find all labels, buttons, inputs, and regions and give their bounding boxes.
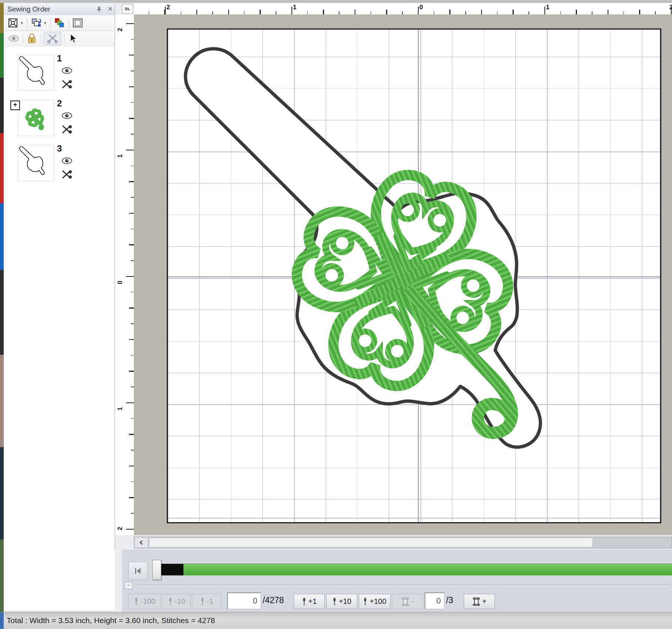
outline-thumbnail-drawing bbox=[18, 145, 53, 180]
sewing-item-3-thumbnail[interactable] bbox=[18, 145, 54, 181]
stitch-progress-bar[interactable] bbox=[161, 564, 672, 575]
stitch-back-10-button[interactable]: -10 bbox=[162, 594, 190, 609]
color-sort-icon bbox=[54, 17, 65, 28]
eye-icon[interactable] bbox=[61, 157, 72, 165]
needle-icon bbox=[200, 597, 205, 606]
sewing-item-3[interactable]: 3 bbox=[18, 145, 107, 182]
ruler-number: 0 bbox=[419, 4, 423, 11]
stitch-slider-thumb[interactable] bbox=[152, 560, 161, 580]
window-top-strip bbox=[0, 0, 672, 3]
rewind-icon bbox=[134, 567, 142, 575]
color-sort-button[interactable] bbox=[53, 17, 66, 29]
scissors-icon[interactable] bbox=[61, 169, 72, 180]
expand-group-toggle[interactable]: + bbox=[10, 101, 20, 110]
status-bar-accent bbox=[0, 612, 4, 629]
scroll-left-button[interactable] bbox=[135, 538, 148, 547]
stitch-forward-10-button[interactable]: +10 bbox=[326, 594, 357, 609]
thread-spool-icon bbox=[472, 597, 480, 606]
status-summary-text: Total : Width = 3.53 inch, Height = 3.60… bbox=[7, 616, 215, 625]
lock-button[interactable] bbox=[26, 33, 38, 44]
status-bar: Total : Width = 3.53 inch, Height = 3.60… bbox=[0, 612, 672, 629]
stitch-back-1-button[interactable]: -1 bbox=[192, 594, 222, 609]
scissors-icon[interactable] bbox=[61, 79, 72, 90]
scrollbar-thumb[interactable] bbox=[149, 538, 593, 547]
cursor-arrow-icon bbox=[69, 33, 77, 44]
stitch-forward-1-button[interactable]: +1 bbox=[294, 594, 325, 609]
vertical-ruler: 2 1 0 1 2 bbox=[115, 14, 134, 535]
current-stitch-input[interactable] bbox=[227, 592, 261, 609]
toggle-visibility-button[interactable] bbox=[7, 33, 20, 44]
eye-icon bbox=[8, 34, 19, 42]
ruler-number: 2 bbox=[669, 4, 672, 11]
horizontal-ruler: 2 1 0 1 2 bbox=[134, 3, 672, 15]
fill-thumbnail-drawing bbox=[18, 100, 53, 135]
color-forward-button[interactable]: + bbox=[464, 594, 495, 609]
sew-order-swap-icon bbox=[31, 17, 42, 28]
panel-toolbar-bottom bbox=[4, 31, 115, 46]
needle-icon bbox=[363, 597, 368, 606]
stitch-progress-done bbox=[161, 564, 183, 575]
panel-toolbar-top: ▼ ▼ bbox=[4, 15, 115, 31]
fit-to-window-button[interactable] bbox=[7, 17, 19, 29]
panel-titlebar: Sewing Order ✕ bbox=[4, 3, 115, 16]
fit-to-window-icon bbox=[8, 18, 18, 28]
hoop-frame-button[interactable] bbox=[71, 17, 84, 29]
color-back-button[interactable]: - bbox=[392, 594, 423, 609]
current-color-input[interactable] bbox=[425, 592, 445, 609]
panel-divider bbox=[137, 585, 669, 586]
ruler-number: 0 bbox=[116, 278, 123, 284]
panel-title: Sewing Order bbox=[7, 5, 50, 13]
close-icon[interactable]: ✕ bbox=[107, 6, 114, 13]
stitch-forward-100-button[interactable]: +100 bbox=[359, 594, 391, 609]
needle-icon bbox=[302, 597, 307, 606]
item-number: 1 bbox=[57, 53, 62, 64]
collapse-panel-toggle[interactable]: − bbox=[125, 582, 132, 589]
horizontal-scrollbar[interactable] bbox=[134, 537, 672, 548]
sewing-item-2-thumbnail[interactable] bbox=[18, 100, 54, 136]
ruler-number: 1 bbox=[116, 151, 123, 158]
cut-mode-button[interactable] bbox=[44, 32, 61, 45]
fit-dropdown-caret-icon[interactable]: ▼ bbox=[19, 17, 24, 29]
eye-icon[interactable] bbox=[61, 112, 72, 120]
ruler-number: 1 bbox=[116, 404, 123, 411]
hoop-frame-icon bbox=[72, 17, 83, 28]
scroll-left-arrow-icon bbox=[139, 540, 143, 545]
canvas-background[interactable] bbox=[134, 14, 672, 535]
stitch-back-100-button[interactable]: -100 bbox=[128, 594, 161, 609]
pin-icon[interactable] bbox=[95, 6, 103, 13]
embroidery-design bbox=[168, 30, 660, 522]
rewind-to-start-button[interactable] bbox=[128, 562, 148, 580]
item-number: 2 bbox=[57, 98, 62, 109]
scissors-icon bbox=[47, 33, 58, 44]
order-dropdown-caret-icon[interactable]: ▼ bbox=[43, 17, 48, 29]
ruler-unit-box[interactable]: in. bbox=[122, 4, 133, 14]
sewing-item-2[interactable]: 2 bbox=[18, 100, 107, 137]
sewing-order-swap-button[interactable] bbox=[30, 17, 43, 29]
sewing-item-1[interactable]: 1 bbox=[18, 55, 107, 92]
stitch-total-label: /4278 bbox=[263, 595, 284, 605]
color-total-label: /3 bbox=[446, 595, 453, 605]
ruler-number: 1 bbox=[546, 4, 549, 11]
ruler-number: 1 bbox=[293, 4, 296, 11]
sewing-order-panel: Sewing Order ✕ ▼ ▼ bbox=[4, 3, 115, 611]
scissors-icon[interactable] bbox=[61, 124, 72, 135]
ruler-number: 2 bbox=[116, 25, 123, 31]
eye-icon[interactable] bbox=[61, 67, 72, 75]
stitch-simulator-panel: − -100 -10 -1 /4278 +1 +10 +100 - /3 + bbox=[122, 550, 672, 612]
lock-icon bbox=[27, 33, 37, 44]
outline-thumbnail-drawing bbox=[18, 55, 53, 90]
ruler-number: 2 bbox=[166, 4, 170, 11]
needle-icon bbox=[134, 597, 139, 606]
left-panel-lower-fill bbox=[4, 550, 115, 611]
needle-icon bbox=[332, 597, 337, 606]
design-area[interactable] bbox=[167, 28, 661, 523]
needle-icon bbox=[168, 597, 173, 606]
thread-spool-icon bbox=[401, 597, 409, 606]
desktop-background-strip bbox=[0, 0, 4, 629]
sewing-item-1-thumbnail[interactable] bbox=[18, 55, 54, 91]
select-tool-button[interactable] bbox=[67, 33, 80, 44]
ruler-number: 2 bbox=[116, 524, 123, 530]
item-number: 3 bbox=[57, 143, 62, 154]
